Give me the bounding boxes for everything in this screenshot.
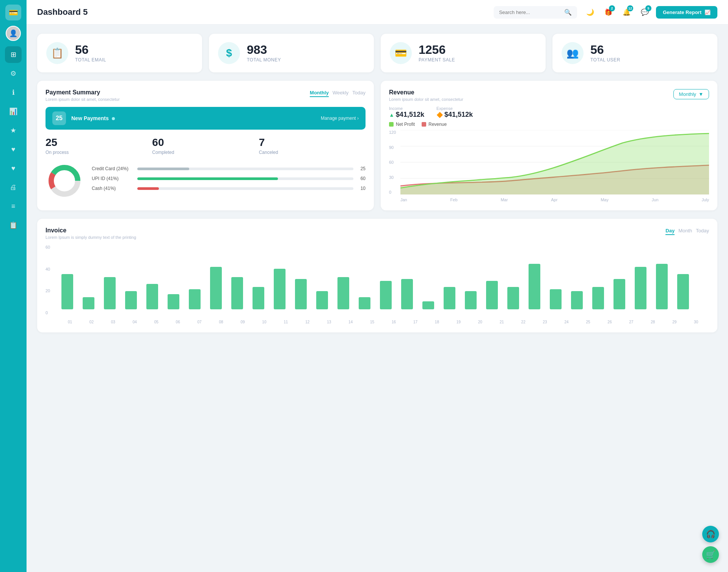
user-stat-label: TOTAL USER xyxy=(590,57,620,63)
user-avatar[interactable]: 👤 xyxy=(6,26,21,41)
sidebar-item-print[interactable]: 🖨 xyxy=(5,179,22,196)
svg-rect-16 xyxy=(189,289,201,309)
svg-rect-12 xyxy=(104,277,116,309)
sidebar-item-analytics[interactable]: 📊 xyxy=(5,103,22,120)
list-icon: 📋 xyxy=(9,221,17,229)
revenue-x-labels: Jan Feb Mar Apr May Jun July xyxy=(400,197,709,202)
new-payments-badge: 25 xyxy=(52,111,66,125)
svg-rect-29 xyxy=(465,291,477,309)
invoice-chart-inner: 0102030405060708091011121314151617181920… xyxy=(57,245,709,324)
legend-revenue: Revenue xyxy=(422,122,447,127)
sidebar-item-heart2[interactable]: ♥ xyxy=(5,160,22,177)
payment-bars: Credit Card (24%) 25 UPI ID (41%) 60 xyxy=(92,166,366,196)
payment-summary-title: Payment Summary xyxy=(46,89,120,96)
donut-chart xyxy=(46,162,83,200)
bar-row-cash: Cash (41%) 10 xyxy=(92,186,366,191)
generate-report-button[interactable]: Generate Report 📈 xyxy=(656,6,717,19)
expense-label: Expense xyxy=(436,106,473,111)
money-stat-label: TOTAL MONEY xyxy=(247,57,281,63)
legend-net-profit: Net Profit xyxy=(389,122,415,127)
cash-val: 10 xyxy=(357,186,366,191)
header-icons: 🌙 🎁 2 🔔 12 💬 5 Generate Report 📈 xyxy=(583,5,717,19)
expense-item: Expense 🔶 $41,512k xyxy=(436,106,473,119)
user-stat-info: 56 TOTAL USER xyxy=(590,44,620,63)
cash-track xyxy=(137,187,353,190)
manage-payment-link[interactable]: Manage payment › xyxy=(321,116,359,121)
search-icon[interactable]: 🔍 xyxy=(564,9,572,16)
svg-rect-31 xyxy=(507,287,519,309)
header: Dashboard 5 🔍 🌙 🎁 2 🔔 12 💬 5 Generate Re xyxy=(27,0,728,25)
svg-rect-15 xyxy=(168,294,179,309)
revenue-header: Revenue Lorem ipsum dolor sit amet, cons… xyxy=(389,89,709,102)
cash-label: Cash (41%) xyxy=(92,186,133,191)
invoice-tab-month[interactable]: Month xyxy=(678,227,692,235)
stat-card-money: $ 983 TOTAL MONEY xyxy=(209,34,374,72)
page-title: Dashboard 5 xyxy=(37,7,488,17)
email-stat-info: 56 TOTAL EMAIL xyxy=(75,44,106,63)
svg-rect-37 xyxy=(635,267,646,309)
svg-point-4 xyxy=(54,171,75,191)
credit-card-label: Credit Card (24%) xyxy=(92,166,133,171)
new-payments-bar: 25 New Payments Manage payment › xyxy=(46,107,366,130)
chat-button[interactable]: 💬 5 xyxy=(638,5,651,19)
sidebar-item-settings[interactable]: ⚙ xyxy=(5,65,22,82)
sidebar: 💳 👤 ⊞ ⚙ ℹ 📊 ★ ♥ ♥ 🖨 ≡ 📋 xyxy=(0,0,27,572)
sidebar-item-menu[interactable]: ≡ xyxy=(5,198,22,215)
tab-today[interactable]: Today xyxy=(352,89,366,97)
sidebar-item-list[interactable]: 📋 xyxy=(5,217,22,234)
invoice-tab-today[interactable]: Today xyxy=(696,227,709,235)
credit-card-track xyxy=(137,168,353,170)
stat-card-payment: 💳 1256 PAYMENT SALE xyxy=(381,34,546,72)
sidebar-item-info[interactable]: ℹ xyxy=(5,84,22,101)
email-stat-number: 56 xyxy=(75,44,106,56)
expense-value: 🔶 $41,512k xyxy=(436,111,473,119)
generate-report-label: Generate Report xyxy=(663,9,701,15)
revenue-dot xyxy=(422,122,426,127)
payment-summary-tabs: Monthly Weekly Today xyxy=(310,89,366,97)
sidebar-item-star[interactable]: ★ xyxy=(5,122,22,139)
gift-button[interactable]: 🎁 2 xyxy=(601,5,615,19)
revenue-dropdown[interactable]: Monthly ▼ xyxy=(673,89,709,99)
search-input[interactable] xyxy=(499,9,561,15)
tab-monthly[interactable]: Monthly xyxy=(310,89,329,97)
chart-icon: 📈 xyxy=(704,9,711,15)
new-payments-dot xyxy=(112,117,115,120)
svg-rect-33 xyxy=(550,289,562,309)
income-expense-row: Income ▲ $41,512k Expense 🔶 $41,512k xyxy=(389,106,709,119)
theme-toggle-button[interactable]: 🌙 xyxy=(583,5,597,19)
donut-svg xyxy=(46,162,83,200)
svg-rect-22 xyxy=(316,291,328,309)
stat-card-email: 📋 56 TOTAL EMAIL xyxy=(37,34,202,72)
user-stat-icon: 👥 xyxy=(562,42,584,64)
dashboard-icon: ⊞ xyxy=(11,50,16,59)
svg-rect-35 xyxy=(592,287,604,309)
canceled-label: Canceled xyxy=(259,150,366,155)
upi-track xyxy=(137,177,353,180)
bell-button[interactable]: 🔔 12 xyxy=(620,5,633,19)
moon-icon: 🌙 xyxy=(586,8,594,16)
sidebar-item-dashboard[interactable]: ⊞ xyxy=(5,46,22,63)
invoice-tab-day[interactable]: Day xyxy=(665,227,675,235)
credit-card-fill xyxy=(137,168,189,170)
bell-badge: 12 xyxy=(627,5,633,11)
credit-card-val: 25 xyxy=(357,166,366,171)
tab-weekly[interactable]: Weekly xyxy=(333,89,348,97)
invoice-y-labels: 60 40 20 0 xyxy=(46,245,50,315)
revenue-chart-inner: Jan Feb Mar Apr May Jun July xyxy=(400,130,709,202)
payment-stat-icon: 💳 xyxy=(390,42,412,64)
money-stat-info: 983 TOTAL MONEY xyxy=(247,44,281,63)
sidebar-item-heart1[interactable]: ♥ xyxy=(5,141,22,158)
invoice-title: Invoice xyxy=(46,227,136,234)
svg-rect-34 xyxy=(571,291,583,309)
upi-fill xyxy=(137,177,278,180)
invoice-chart-wrapper: 60 40 20 0 01020304050607080910111213141… xyxy=(46,245,709,324)
revenue-legend-label: Revenue xyxy=(428,122,447,127)
gift-badge: 2 xyxy=(609,5,615,11)
sidebar-logo[interactable]: 💳 xyxy=(5,5,21,20)
fab-container: 🎧 🛒 xyxy=(702,526,719,563)
cart-icon: 🛒 xyxy=(706,550,715,559)
support-fab[interactable]: 🎧 xyxy=(702,526,719,542)
cart-fab[interactable]: 🛒 xyxy=(702,546,719,563)
stat-completed: 60 Completed xyxy=(152,136,259,155)
stat-canceled: 7 Canceled xyxy=(259,136,366,155)
